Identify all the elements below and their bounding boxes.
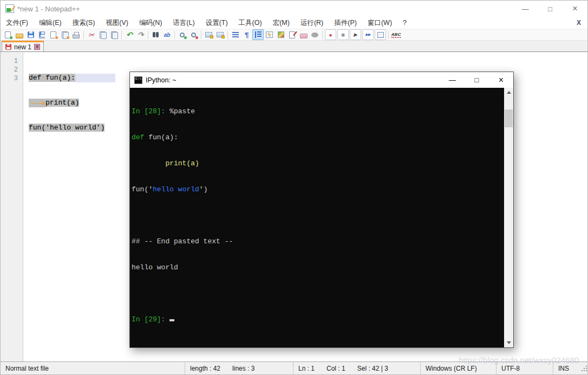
command-prompt-icon: C:\ bbox=[134, 76, 142, 84]
console-line: hello world bbox=[132, 263, 504, 272]
code-line-2: print(a) bbox=[29, 99, 115, 107]
tab-bar: new 1 × bbox=[1, 41, 587, 52]
status-sel: Sel : 42 | 3 bbox=[357, 365, 388, 372]
menu-bar: 文件(F) 编辑(E) 搜索(S) 视图(V) 编码(N) 语言(L) 设置(T… bbox=[1, 17, 587, 29]
sync-scroll-vertical-icon[interactable] bbox=[203, 29, 214, 40]
console-line: fun('hello world') bbox=[132, 185, 504, 194]
resize-grip[interactable] bbox=[581, 365, 587, 372]
close-icon[interactable] bbox=[48, 29, 59, 40]
console-maximize-button[interactable]: □ bbox=[465, 72, 489, 88]
sync-scroll-horizontal-icon[interactable] bbox=[214, 29, 226, 40]
status-bar: Normal text file length : 42lines : 3 Ln… bbox=[1, 361, 587, 374]
console-body: In [28]: %paste def fun(a): print(a) fun… bbox=[130, 88, 513, 347]
console-scrollbar[interactable] bbox=[504, 88, 513, 347]
status-eol-format: Windows (CR LF) bbox=[420, 362, 496, 374]
menu-plugins[interactable]: 插件(P) bbox=[329, 17, 362, 29]
console-prompt-line: In [29]: bbox=[132, 315, 504, 324]
macro-save-icon[interactable] bbox=[375, 29, 386, 40]
status-length-lines: length : 42lines : 3 bbox=[185, 362, 293, 374]
word-wrap-icon[interactable] bbox=[230, 29, 241, 40]
console-close-button[interactable]: × bbox=[489, 72, 513, 88]
show-all-characters-icon[interactable]: ¶ bbox=[241, 29, 252, 40]
menu-macro[interactable]: 宏(M) bbox=[267, 17, 295, 29]
code-line-1: def·fun(a): bbox=[29, 74, 115, 82]
close-all-icon[interactable] bbox=[59, 29, 70, 40]
console-blank-line bbox=[132, 289, 504, 298]
maximize-button[interactable]: □ bbox=[538, 1, 563, 17]
scrollbar-thumb[interactable] bbox=[505, 109, 513, 127]
console-minimize-button[interactable]: — bbox=[440, 72, 465, 88]
line-number: 2 bbox=[1, 66, 23, 75]
code-line-3: fun('hello·world') bbox=[29, 124, 115, 132]
console-title: IPython: ~ bbox=[146, 76, 177, 84]
folder-as-workspace-icon[interactable] bbox=[298, 29, 309, 40]
menu-encoding[interactable]: 编码(N) bbox=[134, 17, 167, 29]
tab-arrow-mark bbox=[29, 99, 45, 107]
macro-stop-icon[interactable]: ■ bbox=[337, 29, 349, 40]
console-blank-line bbox=[132, 211, 504, 220]
undo-icon[interactable]: ↶ bbox=[123, 29, 135, 40]
minimize-button[interactable]: — bbox=[513, 1, 538, 17]
status-ln: Ln : 1 bbox=[298, 365, 315, 372]
new-file-icon[interactable] bbox=[2, 29, 14, 40]
line-number-gutter: 1 2 3 bbox=[1, 53, 23, 361]
tab-close-icon[interactable]: × bbox=[34, 44, 40, 50]
tab-new-1[interactable]: new 1 × bbox=[2, 41, 44, 51]
macro-record-icon[interactable]: ● bbox=[325, 29, 336, 40]
line-number: 3 bbox=[1, 75, 23, 83]
console-line: print(a) bbox=[132, 159, 504, 168]
toolbar: ✂ ↶ ↷ ab ¶ ϟ ● ■ ▶ ▶▶ ABC bbox=[1, 29, 587, 41]
menu-run[interactable]: 运行(R) bbox=[295, 17, 329, 29]
monitoring-icon[interactable] bbox=[309, 29, 321, 40]
find-icon[interactable] bbox=[150, 29, 161, 40]
replace-icon[interactable]: ab bbox=[161, 29, 173, 40]
close-button[interactable]: × bbox=[563, 1, 587, 17]
cut-icon[interactable]: ✂ bbox=[86, 29, 97, 40]
menu-window[interactable]: 窗口(W) bbox=[362, 17, 397, 29]
save-all-icon[interactable] bbox=[36, 29, 48, 40]
menu-language[interactable]: 语言(L) bbox=[167, 17, 200, 29]
menu-help[interactable]: ? bbox=[397, 17, 412, 29]
code-text[interactable]: def·fun(a): print(a) fun('hello·world') bbox=[29, 53, 115, 361]
menu-view[interactable]: 视图(V) bbox=[100, 17, 134, 29]
open-file-icon[interactable] bbox=[14, 29, 25, 40]
scroll-down-arrow-icon[interactable] bbox=[504, 338, 513, 347]
scroll-up-arrow-icon[interactable] bbox=[504, 88, 513, 97]
status-doc-type: Normal text file bbox=[1, 362, 185, 374]
print-icon[interactable] bbox=[70, 29, 82, 40]
function-list-icon[interactable]: ϟ bbox=[264, 29, 275, 40]
console-output[interactable]: In [28]: %paste def fun(a): print(a) fun… bbox=[132, 90, 504, 347]
status-col: Col : 1 bbox=[326, 365, 345, 372]
menu-edit[interactable]: 编辑(E) bbox=[34, 17, 67, 29]
bookmark-margin bbox=[23, 53, 29, 361]
menu-file[interactable]: 文件(F) bbox=[1, 17, 34, 29]
whitespace-dot: · bbox=[71, 124, 75, 132]
indent-guide-icon[interactable] bbox=[252, 29, 264, 40]
console-line: ## -- End pasted text -- bbox=[132, 237, 504, 246]
spell-check-icon[interactable]: ABC bbox=[390, 29, 402, 40]
menu-settings[interactable]: 设置(T) bbox=[200, 17, 233, 29]
status-caret-position: Ln : 1Col : 1Sel : 42 | 3 bbox=[293, 362, 420, 374]
redo-icon[interactable]: ↷ bbox=[135, 29, 146, 40]
document-map-icon[interactable] bbox=[275, 29, 286, 40]
notepadpp-window: *new 1 - Notepad++ — □ × 文件(F) 编辑(E) 搜索(… bbox=[0, 0, 588, 375]
macro-play-icon[interactable]: ▶ bbox=[350, 29, 361, 40]
console-title-bar[interactable]: C:\ IPython: ~ — □ × bbox=[130, 72, 513, 88]
status-encoding: UTF-8 bbox=[496, 362, 553, 374]
document-switcher-icon[interactable] bbox=[286, 29, 298, 40]
window-title: *new 1 - Notepad++ bbox=[17, 5, 80, 13]
unsaved-floppy-icon bbox=[5, 44, 11, 50]
save-icon[interactable] bbox=[25, 29, 36, 40]
zoom-out-icon[interactable] bbox=[188, 29, 199, 40]
copy-icon[interactable] bbox=[97, 29, 108, 40]
line-number: 1 bbox=[1, 57, 23, 66]
paste-icon[interactable] bbox=[108, 29, 120, 40]
macro-run-multiple-icon[interactable]: ▶▶ bbox=[362, 29, 374, 40]
status-insert-mode: INS bbox=[553, 362, 588, 374]
document-close-x-button[interactable]: X bbox=[577, 19, 587, 27]
menu-search[interactable]: 搜索(S) bbox=[67, 17, 101, 29]
notepadpp-icon bbox=[5, 4, 14, 13]
zoom-in-icon[interactable] bbox=[177, 29, 188, 40]
title-bar: *new 1 - Notepad++ — □ × bbox=[1, 1, 587, 17]
menu-tools[interactable]: 工具(O) bbox=[233, 17, 267, 29]
